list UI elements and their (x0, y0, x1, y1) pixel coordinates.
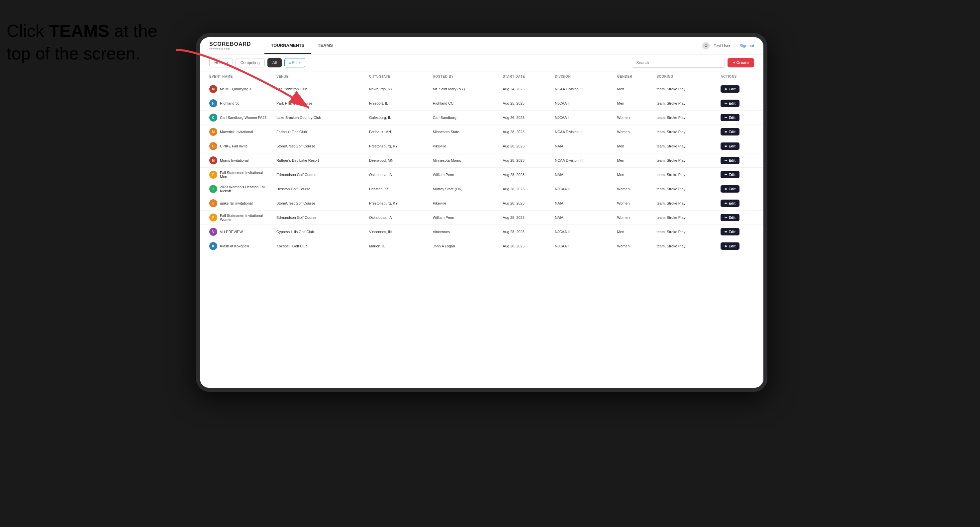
cell-actions: ✏ Edit (717, 139, 764, 153)
cell-event-name: F Fall Statesmen Invitational - Women (200, 211, 273, 225)
team-logo: M (209, 156, 217, 164)
cell-division: NJCAA II (552, 182, 614, 196)
cell-hosted-by: Minnesota State (430, 125, 500, 139)
cell-start-date: Aug 28, 2023 (499, 196, 552, 211)
cell-actions: ✏ Edit (717, 225, 764, 239)
table-row: V VU PREVIEW Cypress Hills Golf Club Vin… (200, 225, 764, 239)
edit-button[interactable]: ✏ Edit (721, 128, 740, 135)
cell-actions: ✏ Edit (717, 82, 764, 96)
cell-scoring: team, Stroke Play (653, 168, 717, 182)
cell-hosted-by: Vincennes (430, 225, 500, 239)
edit-button[interactable]: ✏ Edit (721, 228, 740, 235)
event-name: 2023 Women's Hesston Fall Kickoff (220, 185, 270, 193)
cell-division: NAIA (552, 211, 614, 225)
cell-division: NJCAA I (552, 96, 614, 111)
competing-button[interactable]: Competing (235, 58, 265, 67)
nav-bar: SCOREBOARD Powered by clippt TOURNAMENTS… (200, 37, 764, 54)
filter-button[interactable]: ≡ Filter (284, 58, 305, 67)
team-logo: M (209, 128, 217, 136)
cell-hosted-by: Pikeville (430, 139, 500, 153)
cell-scoring: team, Stroke Play (653, 239, 717, 253)
cell-scoring: team, Stroke Play (653, 196, 717, 211)
cell-event-name: 2 2023 Women's Hesston Fall Kickoff (200, 182, 273, 196)
cell-event-name: M MSMC Qualifying 1 (200, 82, 273, 96)
cell-venue: Ruttger's Bay Lake Resort (273, 153, 366, 168)
cell-hosted-by: Carl Sandburg (430, 111, 500, 125)
cell-scoring: team, Stroke Play (653, 153, 717, 168)
create-button[interactable]: + Create (727, 58, 754, 67)
cell-scoring: team, Stroke Play (653, 182, 717, 196)
event-name: MSMC Qualifying 1 (220, 87, 251, 91)
edit-button[interactable]: ✏ Edit (721, 214, 740, 221)
all-button[interactable]: All (267, 58, 282, 67)
hosting-button[interactable]: Hosting (209, 58, 233, 67)
edit-button[interactable]: ✏ Edit (721, 171, 740, 178)
event-name: Fall Statesmen Invitational - Women (220, 214, 270, 222)
logo-area: SCOREBOARD Powered by clippt (209, 41, 251, 50)
edit-button[interactable]: ✏ Edit (721, 114, 740, 121)
cell-event-name: C Carl Sandburg Women FA23 (200, 111, 273, 125)
edit-button[interactable]: ✏ Edit (721, 157, 740, 164)
table-row: M Maverick Invitational Faribault Golf C… (200, 125, 764, 139)
tab-teams[interactable]: TEAMS (311, 37, 339, 54)
tablet-screen: SCOREBOARD Powered by clippt TOURNAMENTS… (200, 37, 764, 388)
nav-right: ⚙ Test User | Sign out (702, 42, 754, 49)
cell-division: NCAA Division II (552, 125, 614, 139)
signout-link[interactable]: Sign out (740, 43, 754, 48)
cell-actions: ✏ Edit (717, 196, 764, 211)
edit-icon: ✏ (724, 202, 727, 205)
col-gender: GENDER (614, 71, 654, 82)
cell-gender: Women (614, 239, 654, 253)
edit-icon: ✏ (724, 102, 727, 105)
cell-city-state: Newburgh, NY (366, 82, 430, 96)
team-logo: F (209, 214, 217, 222)
table-container: EVENT NAME VENUE CITY, STATE HOSTED BY S… (200, 71, 764, 388)
cell-event-name: K Klash at Kokopelli (200, 239, 273, 253)
cell-actions: ✏ Edit (717, 111, 764, 125)
separator: | (735, 43, 735, 48)
edit-button[interactable]: ✏ Edit (721, 85, 740, 93)
col-city-state: CITY, STATE (366, 71, 430, 82)
cell-hosted-by: Minnesota-Morris (430, 153, 500, 168)
edit-button[interactable]: ✏ Edit (721, 185, 740, 193)
settings-icon[interactable]: ⚙ (702, 42, 710, 49)
cell-actions: ✏ Edit (717, 125, 764, 139)
edit-button[interactable]: ✏ Edit (721, 243, 740, 250)
cell-start-date: Aug 28, 2023 (499, 125, 552, 139)
cell-event-name: H Highland 36 (200, 96, 273, 111)
edit-label: Edit (729, 216, 735, 219)
team-logo: u (209, 199, 217, 207)
cell-scoring: team, Stroke Play (653, 211, 717, 225)
edit-button[interactable]: ✏ Edit (721, 200, 740, 207)
cell-hosted-by: William Penn (430, 211, 500, 225)
cell-venue: Faribault Golf Club (273, 125, 366, 139)
tablet-frame: SCOREBOARD Powered by clippt TOURNAMENTS… (196, 33, 767, 392)
cell-event-name: V VU PREVIEW (200, 225, 273, 239)
edit-label: Edit (729, 187, 735, 191)
user-name: Test User (714, 43, 730, 48)
cell-start-date: Aug 26, 2023 (499, 111, 552, 125)
cell-city-state: Vincennes, IN (366, 225, 430, 239)
edit-button[interactable]: ✏ Edit (721, 143, 740, 150)
cell-city-state: Marion, IL (366, 239, 430, 253)
col-hosted-by: HOSTED BY (430, 71, 500, 82)
event-name: Highland 36 (220, 101, 240, 105)
cell-actions: ✏ Edit (717, 153, 764, 168)
col-scoring: SCORING (653, 71, 717, 82)
cell-gender: Women (614, 182, 654, 196)
cell-venue: Edmundson Golf Course (273, 211, 366, 225)
cell-scoring: team, Stroke Play (653, 139, 717, 153)
cell-scoring: team, Stroke Play (653, 82, 717, 96)
cell-start-date: Aug 28, 2023 (499, 168, 552, 182)
cell-hosted-by: Mt. Saint Mary (NY) (430, 82, 500, 96)
edit-label: Edit (729, 230, 735, 234)
search-input[interactable] (632, 58, 725, 68)
edit-button[interactable]: ✏ Edit (721, 100, 740, 107)
event-name: VU PREVIEW (220, 230, 243, 234)
col-event-name: EVENT NAME (200, 71, 273, 82)
tab-tournaments[interactable]: TOURNAMENTS (264, 37, 311, 54)
edit-icon: ✏ (724, 216, 727, 219)
table-row: u upike fall invitational StoneCrest Gol… (200, 196, 764, 211)
instruction-text: Click TEAMS at thetop of the screen. (6, 20, 158, 65)
edit-icon: ✏ (724, 130, 727, 134)
